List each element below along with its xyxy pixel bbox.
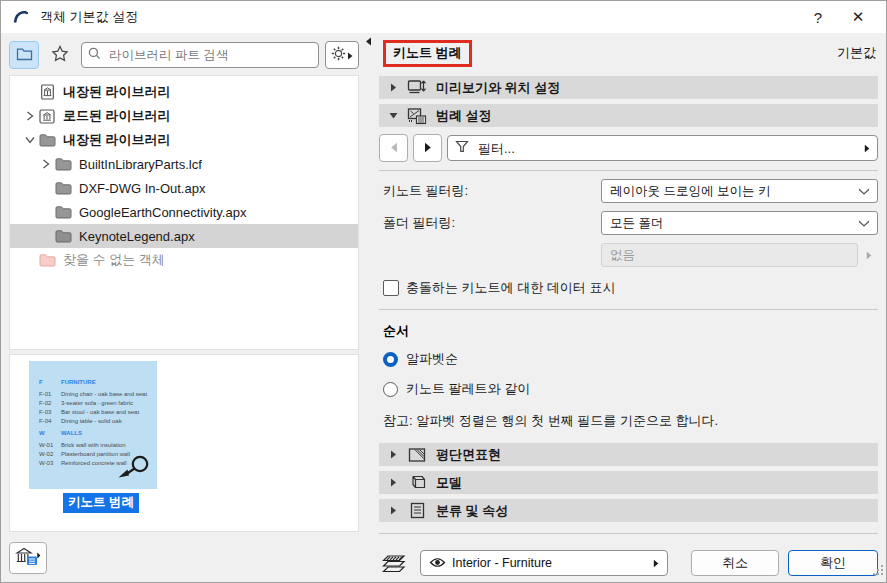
legend-row: W-01Brick wall with insulation [39,441,153,450]
conflict-data-label: 충돌하는 키노트에 대한 데이터 표시 [406,279,615,297]
order-alphabetical-radio[interactable] [383,352,398,367]
tree-item-embedded-library[interactable]: 내장된 라이브러리 [10,128,358,152]
previous-page-button[interactable] [379,134,408,162]
left-footer [9,532,359,578]
library-manager-button[interactable] [9,542,47,574]
model-cube-icon [407,474,427,492]
chevron-down-icon [858,214,870,232]
layer-dropdown[interactable]: Interior - Furniture [420,550,668,576]
dialog-title: 객체 기본값 설정 [40,8,138,26]
close-button[interactable]: ✕ [838,3,878,31]
tree-item-label: 내장된 라이브러리 [63,83,171,101]
help-button[interactable]: ? [798,3,838,31]
folder-filter-dropdown[interactable]: 모든 폴더 [601,211,878,235]
section-preview-position[interactable]: 미리보기와 위치 설정 [379,76,878,99]
section-label: 범례 설정 [436,107,492,125]
tree-item-label: BuiltInLibraryParts.lcf [79,157,202,172]
tree-item-builtin-library[interactable]: 내장된 라이브러리 [10,80,358,104]
funnel-icon [455,139,469,157]
section-label: 미리보기와 위치 설정 [436,79,560,97]
legend-filter-field[interactable] [447,135,878,161]
star-icon [51,45,69,66]
cancel-button[interactable]: 취소 [691,550,779,576]
panel-splitter[interactable] [359,33,379,582]
tree-item-googleearth[interactable]: GoogleEarthConnectivity.apx [10,200,358,224]
library-manager-icon [15,546,41,571]
library-tree: 내장된 라이브러리 로드된 라이브러리 [9,75,359,350]
conflict-data-row: 충돌하는 키노트에 대한 데이터 표시 [383,279,878,297]
order-palette-radio[interactable] [383,382,398,397]
section-classification[interactable]: 분류 및 속성 [379,499,878,522]
layers-icon [379,551,411,575]
left-triangle-icon [390,139,398,157]
tree-item-missing-objects[interactable]: 찾을 수 없는 객체 [10,248,358,272]
folder-icon [54,228,72,244]
disabled-right-triangle-icon [860,244,878,266]
section-legend-settings[interactable]: 범례 설정 [379,104,878,127]
floor-plan-icon [407,446,427,464]
keynote-filter-dropdown[interactable]: 레이아웃 드로잉에 보이는 키 [601,179,878,203]
expand-right-icon[interactable] [864,139,870,157]
object-type-title: 키노트 범례 [383,40,472,67]
folder-icon [38,132,56,148]
default-badge: 기본값 [837,44,876,62]
eye-icon [429,554,446,572]
tree-item-keynotelegend[interactable]: KeynoteLegend.apx [10,224,358,248]
right-triangle-icon [424,139,432,157]
object-arc-icon [13,9,31,25]
section-floor-plan[interactable]: 평단면표현 [379,443,878,466]
legend-row: FFURNITURE [39,378,153,387]
order-palette-label: 키노트 팔레트와 같이 [406,380,530,398]
order-alphabetical-label: 알파벳순 [406,350,458,368]
classification-list-icon [407,502,427,520]
library-container-icon [38,108,56,124]
tree-item-dxf-dwg[interactable]: DXF-DWG In-Out.apx [10,176,358,200]
favorites-button[interactable] [45,41,75,69]
keynote-filter-row: 키노트 필터링: 레이아웃 드로잉에 보이는 키 [383,179,878,203]
folder-icon [54,156,72,172]
collapsed-triangle-icon [388,83,398,92]
section-label: 분류 및 속성 [436,502,508,520]
search-input[interactable] [107,47,312,63]
settings-header: 키노트 범례 기본값 [383,39,876,67]
folder-selection-field: 없음 [601,243,858,267]
expanded-triangle-icon [388,112,398,119]
order-alphabetical-row: 알파벳순 [383,350,878,368]
chevron-right-expander-icon[interactable] [38,159,54,169]
search-icon [88,46,101,64]
ok-button[interactable]: 확인 [788,550,878,576]
library-browser-panel: 내장된 라이브러리 로드된 라이브러리 [1,33,359,582]
folder-icon [16,46,33,65]
divider [379,170,878,171]
layer-value: Interior - Furniture [452,556,647,570]
folder-icon [54,204,72,220]
library-search-box[interactable] [81,42,319,68]
legend-row: F-04Dining table - solid oak [39,417,153,426]
resize-grip[interactable] [873,562,884,580]
collapse-left-arrow-icon[interactable] [365,37,372,48]
tree-item-builtinlibraryparts[interactable]: BuiltInLibraryParts.lcf [10,152,358,176]
folder-filter-row: 폴더 필터링: 모든 폴더 [383,211,878,235]
keynote-filter-value: 레이아웃 드로잉에 보이는 키 [610,183,869,200]
keynote-legend-thumbnail[interactable]: FFURNITURE F-01Dining chair - oak base a… [29,361,157,489]
keynote-filter-label: 키노트 필터링: [383,182,601,200]
folder-selection-row: 없음 [383,243,878,267]
collapsed-triangle-icon [388,478,398,487]
chevron-down-expander-icon[interactable] [22,136,38,144]
settings-panel: 키노트 범례 기본값 미리보기와 위치 설정 범례 설정 [379,33,886,582]
conflict-data-checkbox[interactable] [383,280,399,296]
object-preview-panel: FFURNITURE F-01Dining chair - oak base a… [9,354,359,532]
section-model[interactable]: 모델 [379,471,878,494]
chevron-right-expander-icon[interactable] [22,111,38,121]
preview-caption[interactable]: 키노트 범례 [63,493,139,513]
legend-row: WWALLS [39,429,153,438]
filter-input[interactable] [476,140,857,157]
next-page-button[interactable] [413,134,442,162]
search-options-button[interactable] [325,41,359,69]
legend-anchor-arrow-icon [115,454,149,483]
object-default-settings-dialog: 객체 기본값 설정 ? ✕ [0,0,887,583]
dialog-body: 내장된 라이브러리 로드된 라이브러리 [1,33,886,582]
tree-item-loaded-library[interactable]: 로드된 라이브러리 [10,104,358,128]
folder-view-button[interactable] [9,41,39,69]
legend-row: F-023-seater sofa - green fabric [39,399,153,408]
